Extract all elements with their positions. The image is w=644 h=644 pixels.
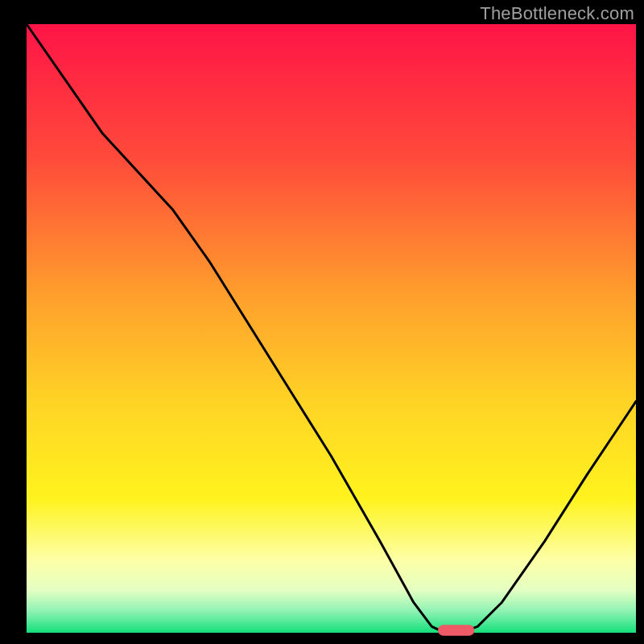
optimum-marker — [438, 625, 474, 636]
watermark-label: TheBottleneck.com — [480, 3, 634, 24]
chart-canvas — [0, 0, 644, 644]
